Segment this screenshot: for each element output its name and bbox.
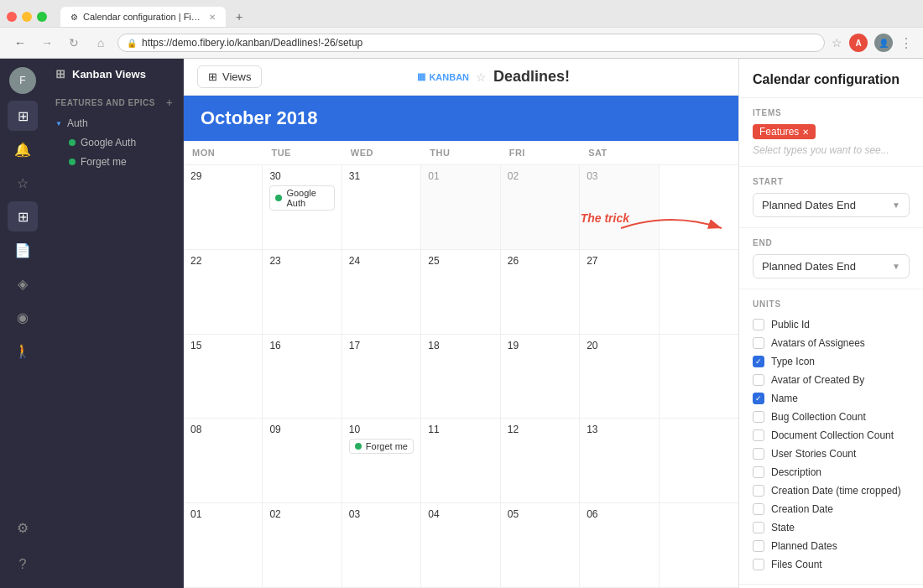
unit-checkbox[interactable] [753, 522, 764, 533]
unit-item[interactable]: Document Collection Count [753, 426, 910, 445]
calendar-day: 22 [184, 250, 263, 334]
unit-label: Creation Date (time cropped) [771, 485, 901, 497]
unit-label: Name [771, 393, 798, 404]
items-section: ITEMS Features ✕ Select types you want t… [739, 98, 923, 167]
unit-checkbox[interactable] [753, 411, 764, 423]
sidebar-icon-reports[interactable]: ◉ [8, 302, 38, 332]
unit-item[interactable]: Creation Date [753, 500, 910, 518]
star-nav-icon[interactable]: ☆ [832, 36, 842, 49]
unit-checkbox[interactable] [753, 503, 764, 515]
active-tab[interactable]: ⚙ Calendar configuration | Fibery ✕ [60, 7, 226, 27]
day-number: 04 [428, 508, 493, 520]
day-number: 06 [587, 508, 651, 520]
sidebar-icon-schema[interactable]: ◈ [8, 268, 38, 299]
profile-avatar-red[interactable]: A [849, 34, 868, 52]
unit-item[interactable]: ✓Type Icon [753, 352, 910, 371]
day-number: 17 [349, 340, 414, 351]
unit-item[interactable]: State [753, 518, 910, 537]
unit-label: User Stories Count [771, 448, 856, 460]
kanban-badge: ▦ KANBAN [417, 71, 469, 82]
unit-label: Avatars of Assignees [771, 337, 865, 349]
unit-checkbox[interactable] [753, 448, 764, 460]
unit-checkbox[interactable] [753, 337, 764, 349]
workspace-avatar[interactable]: F [9, 67, 36, 94]
unit-item[interactable]: Avatar of Created By [753, 371, 910, 389]
unit-checkbox[interactable] [753, 485, 764, 497]
sidebar-icon-people[interactable]: 🚶 [8, 336, 38, 366]
unit-checkbox[interactable] [753, 319, 764, 330]
sidebar-icon-notifications[interactable]: 🔔 [8, 134, 38, 164]
menu-dots[interactable]: ⋮ [900, 35, 913, 51]
reload-button[interactable]: ↻ [64, 33, 84, 53]
calendar-body: 2930Google Auth3101020322232425262715161… [184, 165, 738, 588]
calendar-day: 09 [263, 419, 342, 502]
close-dot[interactable] [7, 12, 17, 22]
day-number: 01 [428, 170, 493, 182]
day-header-fri: FRI [501, 141, 580, 164]
calendar-event[interactable]: Forget me [349, 439, 414, 454]
unit-item[interactable]: Creation Date (time cropped) [753, 481, 910, 500]
calendar-day: 03 [580, 165, 659, 249]
unit-label: State [771, 522, 795, 533]
unit-item[interactable]: ✓Name [753, 389, 910, 408]
sidebar-icon-help[interactable]: ? [8, 549, 38, 580]
maximize-dot[interactable] [37, 12, 47, 22]
nav-group-auth-header[interactable]: ▼ Auth [45, 114, 183, 133]
minimize-dot[interactable] [22, 12, 32, 22]
kanban-label: KANBAN [429, 72, 469, 82]
sidebar-icon-favorites[interactable]: ☆ [8, 168, 38, 198]
unit-item[interactable]: Avatars of Assignees [753, 334, 910, 352]
feature-tag-label: Features [759, 126, 799, 138]
unit-label: Document Collection Count [771, 429, 894, 441]
unit-item[interactable]: Files Count [753, 555, 910, 574]
sidebar-item-forget-me-label: Forget me [81, 156, 127, 168]
unit-checkbox[interactable]: ✓ [753, 393, 764, 404]
forward-button[interactable]: → [37, 33, 57, 53]
tab-title: Calendar configuration | Fibery [83, 12, 201, 22]
unit-item[interactable]: User Stories Count [753, 445, 910, 463]
sidebar-icon-apps[interactable]: ⊞ [8, 101, 38, 131]
calendar-day: 30Google Auth [263, 165, 342, 249]
unit-checkbox[interactable] [753, 540, 764, 552]
type-placeholder[interactable]: Select types you want to see... [753, 144, 910, 156]
unit-item[interactable]: Bug Collection Count [753, 408, 910, 426]
sidebar-icon-docs[interactable]: 📄 [8, 235, 38, 265]
unit-label: Public Id [771, 319, 810, 330]
profile-avatar-user[interactable]: 👤 [874, 34, 893, 52]
start-select[interactable]: Planned Dates End ▼ [753, 193, 910, 217]
calendar-day: 13 [580, 419, 659, 502]
unit-item[interactable]: Planned Dates [753, 537, 910, 555]
sidebar-item-forget-me[interactable]: Forget me [49, 153, 180, 171]
unit-checkbox[interactable] [753, 429, 764, 441]
unit-item[interactable]: Public Id [753, 315, 910, 334]
day-number: 27 [587, 255, 651, 267]
unit-item[interactable]: Description [753, 463, 910, 481]
features-tag[interactable]: Features ✕ [753, 124, 816, 139]
nav-panel-title: Kanban Views [72, 68, 146, 81]
unit-checkbox[interactable] [753, 559, 764, 570]
calendar-day: 18 [421, 335, 500, 419]
unit-checkbox[interactable] [753, 466, 764, 478]
calendar-event[interactable]: Google Auth [269, 185, 334, 211]
feature-tag-close[interactable]: ✕ [802, 127, 809, 137]
sidebar-item-google-auth[interactable]: Google Auth [49, 133, 180, 152]
home-button[interactable]: ⌂ [91, 33, 111, 53]
views-label: Views [222, 70, 251, 83]
new-tab-button[interactable]: + [229, 7, 249, 27]
sidebar-icon-settings[interactable]: ⚙ [8, 513, 38, 543]
unit-checkbox[interactable]: ✓ [753, 356, 764, 367]
end-select[interactable]: Planned Dates End ▼ [753, 254, 910, 278]
unit-label: Bug Collection Count [771, 411, 866, 423]
window-controls [7, 12, 47, 22]
section-label: FEATURES AND EPICS [55, 98, 155, 107]
sidebar-icon-kanban[interactable]: ⊞ [8, 201, 38, 232]
tab-close[interactable]: ✕ [209, 13, 216, 22]
unit-checkbox[interactable] [753, 374, 764, 386]
views-button[interactable]: ⊞ Views [197, 65, 262, 88]
event-label: Forget me [366, 441, 408, 451]
back-button[interactable]: ← [10, 33, 30, 53]
day-number: 31 [349, 170, 414, 182]
address-bar[interactable]: 🔒 https://demo.fibery.io/kanban/Deadline… [117, 34, 825, 52]
add-section-button[interactable]: + [166, 96, 173, 109]
favorite-icon[interactable]: ☆ [476, 70, 487, 84]
